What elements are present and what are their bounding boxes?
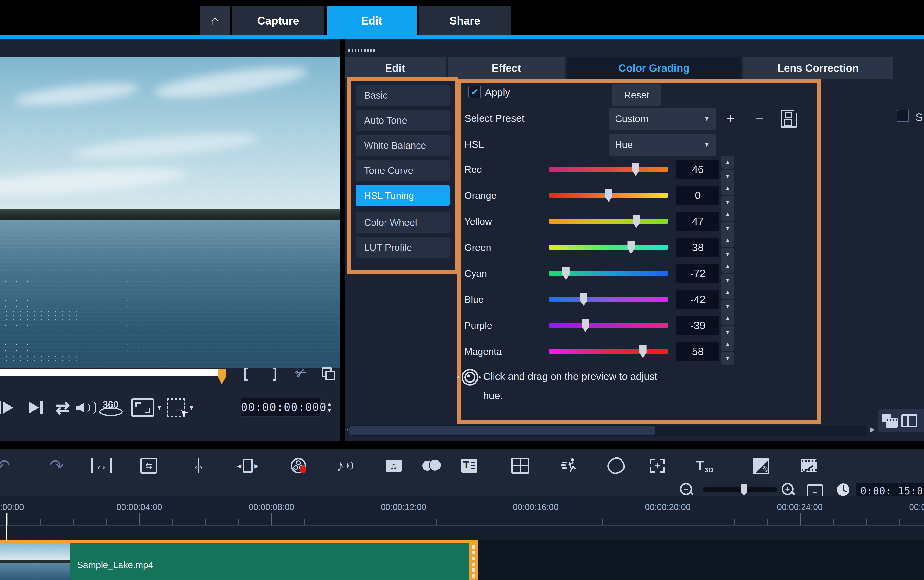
soundtrack-button[interactable]: ♫ xyxy=(384,456,403,476)
timeline-view-icon[interactable] xyxy=(901,414,917,427)
selection-tool-button[interactable]: ➤ ▼ xyxy=(165,399,196,417)
green-spinner[interactable]: ▲▼ xyxy=(722,234,734,261)
timecode-spinner[interactable]: ▲▼ xyxy=(327,401,332,413)
fit-timeline-button[interactable]: ↔ xyxy=(807,484,823,498)
blending-icon xyxy=(753,458,769,474)
cyan-value[interactable]: -72 xyxy=(676,264,720,283)
section-color-wheel[interactable]: Color Wheel xyxy=(356,212,450,233)
section-auto-tone[interactable]: Auto Tone xyxy=(356,110,450,131)
orange-value[interactable]: 0 xyxy=(676,186,720,205)
purple-slider-track[interactable] xyxy=(549,323,668,328)
blue-value[interactable]: -42 xyxy=(676,290,720,309)
preview-size-button[interactable]: ▼ xyxy=(131,399,163,417)
red-value[interactable]: 46 xyxy=(676,160,720,179)
panel-tab-color-grading[interactable]: Color Grading xyxy=(567,57,741,79)
video-preview[interactable] xyxy=(0,57,340,368)
save-preset-button[interactable] xyxy=(781,110,797,128)
duration-button[interactable] xyxy=(837,483,849,496)
tab-share-label: Share xyxy=(449,14,480,27)
panel-tab-lens-correction[interactable]: Lens Correction xyxy=(743,57,893,79)
360-view-button[interactable]: 360 xyxy=(99,399,123,417)
side-checkbox[interactable] xyxy=(896,110,909,122)
magenta-value[interactable]: 58 xyxy=(676,342,720,361)
storyboard-view-icon[interactable] xyxy=(882,414,898,428)
copy-segment-button[interactable] xyxy=(320,365,334,381)
preset-dropdown[interactable]: Custom ▼ xyxy=(609,108,716,130)
trim-button[interactable]: ↔ xyxy=(90,456,112,476)
blue-spinner[interactable]: ▲▼ xyxy=(722,285,734,313)
green-value[interactable]: 38 xyxy=(676,238,720,257)
scrub-bar[interactable] xyxy=(0,369,218,376)
hsl-mode-dropdown[interactable]: Hue ▼ xyxy=(609,133,716,156)
yellow-spinner[interactable]: ▲▼ xyxy=(722,208,734,235)
clip-right-trim-handle[interactable] xyxy=(469,543,478,580)
audio-mixer-button[interactable]: ♪ xyxy=(334,456,356,476)
next-frame-button[interactable] xyxy=(26,399,45,417)
yellow-slider-track[interactable] xyxy=(549,219,668,224)
redo-button[interactable]: ↷ xyxy=(46,456,67,476)
purple-spinner[interactable]: ▲▼ xyxy=(722,311,734,339)
remove-preset-button[interactable]: − xyxy=(755,110,764,127)
panel-drag-handle[interactable] xyxy=(349,49,375,52)
section-tone-curve[interactable]: Tone Curve xyxy=(356,160,450,181)
yellow-value[interactable]: 47 xyxy=(676,212,720,231)
mark-in-button[interactable]: [ xyxy=(238,365,253,381)
cyan-spinner[interactable]: ▲▼ xyxy=(722,260,734,287)
playhead[interactable] xyxy=(6,513,7,541)
panel-hscrollbar-thumb[interactable] xyxy=(349,426,655,435)
mask-creator-button[interactable] xyxy=(607,456,626,476)
trim-end-handle[interactable] xyxy=(218,369,227,384)
zoom-slider[interactable] xyxy=(703,487,777,492)
record-capture-button[interactable] xyxy=(289,456,308,476)
zoom-in-button[interactable]: + xyxy=(781,483,794,496)
drag-target-icon: ◂▸ xyxy=(460,368,478,387)
section-lut-profile[interactable]: LUT Profile xyxy=(356,237,450,258)
play-button[interactable] xyxy=(0,399,15,417)
preview-timecode[interactable]: 00:00:00:000 ▲▼ xyxy=(241,398,321,417)
preview-panel: [ ] ✂ ⇄ 360 ▼ xyxy=(0,38,340,441)
timeline-clip[interactable]: Sample_Lake.mp4 xyxy=(0,540,478,580)
panel-tab-effect[interactable]: Effect xyxy=(447,57,565,79)
stretch-clip-button[interactable]: ◂▸ xyxy=(236,456,260,476)
magenta-spinner[interactable]: ▲▼ xyxy=(722,338,734,365)
3d-title-button[interactable]: T3D xyxy=(692,456,718,476)
apply-checkbox[interactable]: ✔ xyxy=(469,86,481,98)
undo-button[interactable]: ↶ xyxy=(0,456,13,476)
home-button[interactable]: ⌂ xyxy=(201,6,230,35)
timeline-ruler[interactable]: 00:00:00 00:00:04:00 00:00:08:00 00:00:1… xyxy=(0,496,924,526)
split-clip-button[interactable]: ✂ xyxy=(293,365,309,381)
zoom-out-button[interactable]: − xyxy=(679,483,693,496)
loop-button[interactable]: ⇄ xyxy=(52,399,74,417)
tab-capture[interactable]: Capture xyxy=(232,6,324,35)
split-screen-button[interactable] xyxy=(511,456,530,476)
mark-out-button[interactable]: ] xyxy=(268,365,282,381)
split-arrows-button[interactable]: ↔ xyxy=(188,456,209,476)
tab-share[interactable]: Share xyxy=(419,6,511,35)
transition-button[interactable] xyxy=(421,456,442,476)
section-hsl-tuning[interactable]: HSL Tuning xyxy=(356,185,450,206)
green-slider-track[interactable] xyxy=(549,245,668,250)
volume-button[interactable] xyxy=(76,399,97,417)
reset-button[interactable]: Reset xyxy=(612,84,661,106)
batch-convert-button[interactable]: ⇆ xyxy=(139,456,158,476)
tab-edit[interactable]: Edit xyxy=(327,6,416,35)
add-preset-button[interactable]: + xyxy=(726,110,735,127)
zoom-slider-thumb[interactable] xyxy=(741,484,747,496)
orange-slider-track[interactable] xyxy=(549,193,668,198)
subtitle-editor-button[interactable] xyxy=(460,456,479,476)
section-white-balance[interactable]: White Balance xyxy=(356,135,450,156)
multicam-button[interactable] xyxy=(798,456,819,476)
scroll-right-arrow[interactable]: ► xyxy=(869,425,877,434)
blending-button[interactable] xyxy=(751,456,771,476)
blue-slider-track[interactable] xyxy=(549,297,668,302)
pan-zoom-button[interactable]: + xyxy=(648,456,667,476)
orange-spinner[interactable]: ▲▼ xyxy=(722,181,734,209)
red-spinner[interactable]: ▲▼ xyxy=(722,155,734,183)
magenta-slider-track[interactable] xyxy=(549,349,668,354)
purple-value[interactable]: -39 xyxy=(676,316,720,335)
red-slider-track[interactable] xyxy=(549,166,668,172)
panel-tab-edit[interactable]: Edit xyxy=(345,57,446,79)
cyan-slider-track[interactable] xyxy=(549,270,668,276)
motion-tracking-button[interactable] xyxy=(558,456,579,476)
section-basic[interactable]: Basic xyxy=(356,85,450,106)
